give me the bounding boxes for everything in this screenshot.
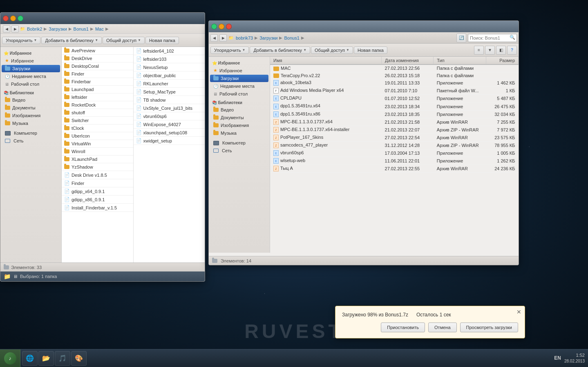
sidebar-r-video[interactable]: Видео: [210, 106, 268, 113]
table-row[interactable]: FAdd Windows Media Player x64 07.01.2010…: [270, 87, 519, 95]
col-date[interactable]: Дата изменения: [382, 57, 434, 65]
list-item[interactable]: 📄NexusSetup: [134, 63, 205, 71]
list-item[interactable]: 📄leftsider64_102: [134, 47, 205, 55]
breadcrumb-r-bonus1[interactable]: Bonus1: [283, 36, 300, 40]
list-item[interactable]: 📄vbrun60sp6: [134, 112, 205, 120]
back-btn-right[interactable]: ◀: [210, 34, 218, 42]
taskbar-ie-btn[interactable]: 🌐: [22, 351, 38, 366]
min-btn-left[interactable]: [10, 16, 16, 21]
list-item[interactable]: Winroll: [62, 148, 133, 156]
notif-close-btn[interactable]: ✕: [516, 309, 522, 315]
table-row[interactable]: Evbrun60sp6 17.03.2004 17:13 Приложение …: [270, 149, 519, 157]
list-item[interactable]: 📄WinExpose_64027: [134, 120, 205, 129]
sidebar-r-downloads[interactable]: Загрузки: [210, 75, 268, 82]
list-item[interactable]: Finderbar: [62, 78, 133, 86]
list-item[interactable]: 📄UxStyle_Core_jul13_bits: [134, 104, 205, 112]
new-folder-btn-right[interactable]: Новая папка: [354, 47, 387, 54]
breadcrumb-bonus1[interactable]: Bonus1: [73, 27, 89, 31]
sidebar-computer-left[interactable]: Компьютер: [2, 129, 60, 137]
table-row[interactable]: TeraCopy.Pro.v2.22 26.02.2013 15:18 Папк…: [270, 72, 519, 79]
breadcrumb-r-bobrik[interactable]: bobrik73: [235, 36, 254, 40]
breadcrumb-zagruzki[interactable]: Загрузки: [48, 27, 67, 31]
list-item[interactable]: 📄gdipp_x86_0.9.1: [62, 196, 133, 204]
breadcrumb-bobrik2[interactable]: Bobrik2: [26, 27, 43, 31]
organize-btn-left[interactable]: Упорядочить ▼: [2, 37, 40, 44]
sidebar-r-desktop[interactable]: 🖥 Рабочий стол: [210, 90, 268, 98]
add-library-btn-right[interactable]: Добавить в библиотеку ▼: [250, 47, 310, 54]
cancel-btn[interactable]: Отмена: [428, 323, 456, 332]
list-item[interactable]: UberIcon: [62, 132, 133, 140]
pause-btn[interactable]: Приостановить: [381, 323, 425, 332]
list-item[interactable]: 📄xwidget_setup: [134, 137, 205, 145]
sidebar-r-recent[interactable]: 🕐 Недавние места: [210, 82, 268, 90]
sidebar-network-left[interactable]: Сеть: [2, 137, 60, 145]
view-details-btn[interactable]: ≡: [474, 46, 484, 55]
breadcrumb-mac[interactable]: Mac: [94, 27, 105, 31]
list-item[interactable]: tClock: [62, 125, 133, 132]
table-row[interactable]: ECPLDAPU 01.07.2010 12:52 Приложение 5 4…: [270, 95, 519, 102]
taskbar-media-btn[interactable]: 🎵: [55, 351, 70, 366]
list-item[interactable]: 📄Finder: [62, 179, 133, 187]
list-item[interactable]: leftsider: [62, 93, 133, 101]
forward-btn-right[interactable]: ▶: [219, 34, 227, 42]
min-btn-right[interactable]: [219, 24, 224, 29]
max-btn-left[interactable]: [18, 16, 23, 21]
table-row[interactable]: Edpp1.5.35491ru.x86 23.02.2013 18:35 При…: [270, 110, 519, 118]
close-btn-left[interactable]: [3, 16, 9, 21]
list-item[interactable]: 📄Desk Drive v1.8.5: [62, 171, 133, 179]
organize-btn-right[interactable]: Упорядочить ▼: [210, 47, 249, 54]
list-item[interactable]: DeskDrive: [62, 55, 133, 62]
share-btn-left[interactable]: Общий доступ ▼: [103, 37, 145, 44]
list-item[interactable]: 📄Install_Finderbar_v.1.5: [62, 204, 133, 212]
sidebar-r-images[interactable]: Изображения: [210, 122, 268, 129]
max-btn-right[interactable]: [211, 24, 217, 29]
refresh-btn-right[interactable]: 🔄: [456, 33, 466, 42]
table-row[interactable]: ZMPC-BE.1.1.3.0.1737.x64-installer 21.02…: [270, 126, 519, 133]
table-row[interactable]: Ewlsetup-web 11.06.2011 22:01 Приложение…: [270, 157, 519, 165]
list-item[interactable]: 📄objectbar_public: [134, 71, 205, 80]
forward-btn-left[interactable]: ▶: [11, 25, 19, 33]
sidebar-r-music[interactable]: Музыка: [210, 129, 268, 137]
col-name[interactable]: Имя: [270, 57, 382, 65]
list-item[interactable]: 📄RKLauncher: [134, 80, 205, 88]
list-item[interactable]: 📄TB shadow: [134, 96, 205, 104]
sidebar-r-favorites[interactable]: ★ Избранное: [210, 67, 268, 74]
sidebar-desktop-left[interactable]: 🖥 Рабочий стол: [2, 80, 60, 88]
start-button[interactable]: ♪: [0, 349, 20, 367]
sidebar-r-network[interactable]: Сеть: [210, 147, 268, 154]
list-item[interactable]: VirtuaWin: [62, 140, 133, 148]
list-item-shutoff[interactable]: shutoff: [62, 109, 133, 117]
sidebar-recent-left[interactable]: 🕐 Недавние места: [2, 73, 60, 80]
sidebar-favorites[interactable]: ★ Избранное: [2, 57, 60, 65]
table-row[interactable]: ZТыц А 27.02.2013 22:55 Архив WinRAR 24 …: [270, 165, 519, 173]
share-btn-right[interactable]: Общий доступ ▼: [311, 47, 353, 54]
preview-pane-btn[interactable]: ◧: [496, 46, 506, 55]
list-item[interactable]: YzShadow: [62, 163, 133, 171]
col-size[interactable]: Размер: [486, 57, 519, 65]
list-item[interactable]: 📄Setup_MacType: [134, 88, 205, 96]
back-btn-left[interactable]: ◀: [3, 25, 10, 33]
list-item[interactable]: Finder: [62, 70, 133, 78]
table-row[interactable]: Zsamcodecs_477_player 31.12.2012 14:28 А…: [270, 141, 519, 149]
list-item[interactable]: 📄gdipp_x64_0.9.1: [62, 187, 133, 196]
list-item[interactable]: XLaunchPad: [62, 156, 133, 163]
table-row[interactable]: Edpp1.5.35491ru.x64 23.02.2013 18:34 При…: [270, 102, 519, 110]
sidebar-docs-left[interactable]: Документы: [2, 104, 60, 111]
close-btn-right[interactable]: [226, 24, 232, 29]
list-item[interactable]: AvePreview: [62, 47, 133, 55]
list-item[interactable]: Switcher: [62, 117, 133, 125]
taskbar-color-btn[interactable]: 🎨: [71, 351, 87, 366]
sidebar-music-left[interactable]: Музыка: [2, 120, 60, 127]
breadcrumb-r-zagruzki[interactable]: Загрузки: [259, 36, 278, 40]
sidebar-video-left[interactable]: Видео: [2, 96, 60, 104]
list-item[interactable]: DesktopCoral: [62, 62, 133, 70]
help-btn[interactable]: ?: [507, 46, 517, 55]
view-downloads-btn[interactable]: Просмотреть загрузки: [460, 323, 518, 332]
sidebar-r-computer[interactable]: Компьютер: [210, 139, 268, 147]
taskbar-folder-btn[interactable]: 📂: [38, 351, 54, 366]
table-row[interactable]: ZPotPlayer_167_Skins 27.02.2013 22:54 Ар…: [270, 133, 519, 141]
table-row[interactable]: Eabook_10beta3 19.01.2011 13:33 Приложен…: [270, 79, 519, 87]
list-item[interactable]: 📄xlaunchpad_setup108: [134, 129, 205, 137]
sidebar-images-left[interactable]: Изображения: [2, 112, 60, 119]
sidebar-downloads-left[interactable]: Загрузки: [2, 65, 60, 72]
